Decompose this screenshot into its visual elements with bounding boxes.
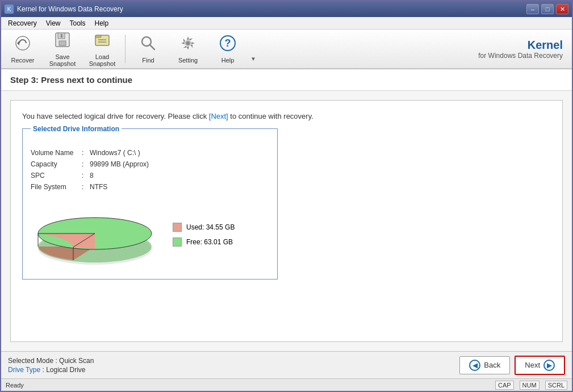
menu-tools[interactable]: Tools <box>65 18 90 28</box>
recover-icon <box>14 34 32 55</box>
cap-indicator: CAP <box>495 381 514 390</box>
svg-rect-7 <box>95 35 101 37</box>
back-label: Back <box>484 361 500 369</box>
step-header: Step 3: Press next to continue <box>1 69 572 91</box>
used-legend-item: Used: 34.55 GB <box>173 223 235 232</box>
minimize-button[interactable]: – <box>526 4 539 14</box>
back-arrow-icon: ◀ <box>469 360 480 371</box>
bottom-indicators: CAP NUM SCRL <box>495 381 567 390</box>
next-button[interactable]: Next ▶ <box>515 356 565 375</box>
num-indicator: NUM <box>520 381 539 390</box>
logo-brand: Kernel <box>478 39 563 52</box>
free-legend-label: Free: 63.01 GB <box>186 238 233 246</box>
info-next-label: [Next] <box>209 112 228 120</box>
load-snapshot-icon <box>93 31 111 52</box>
status-bar: Selected Mode : Quick Scan Drive Type : … <box>1 351 572 378</box>
filesystem-value: NTFS <box>90 183 107 191</box>
free-color-swatch <box>173 237 182 247</box>
status-mode: Selected Mode : Quick Scan <box>8 357 459 365</box>
title-text: Kernel for Windows Data Recovery <box>17 5 123 13</box>
spc-value: 8 <box>90 172 94 180</box>
drive-info-title: Selected Drive Information <box>31 125 122 133</box>
close-button[interactable]: ✕ <box>556 4 568 14</box>
help-label: Help <box>221 57 235 64</box>
info-text: You have selected logical drive for reco… <box>22 112 551 120</box>
menu-view[interactable]: View <box>41 18 65 28</box>
svg-rect-4 <box>59 41 66 45</box>
status-right: ◀ Back Next ▶ <box>459 356 565 375</box>
logo-area: Kernel for Windows Data Recovery <box>478 39 570 60</box>
toolbar: Recover Save Snapshot <box>1 30 572 69</box>
drive-colon: : <box>42 366 44 374</box>
drive-value: Logical Drive <box>46 366 85 374</box>
save-snapshot-button[interactable]: Save Snapshot <box>43 31 82 66</box>
filesystem-label: File System <box>31 183 82 191</box>
find-icon <box>139 34 157 55</box>
capacity-row: Capacity : 99899 MB (Approx) <box>31 160 269 168</box>
menu-recovery[interactable]: Recovery <box>3 18 41 28</box>
step-title: Step 3: Press next to continue <box>10 75 132 85</box>
setting-icon <box>179 34 197 55</box>
toolbar-more-button[interactable]: ▼ <box>248 31 258 66</box>
maximize-button[interactable]: □ <box>541 4 554 14</box>
recover-label: Recover <box>11 57 35 64</box>
setting-label: Setting <box>178 57 198 64</box>
filesystem-row: File System : NTFS <box>31 183 269 191</box>
chart-legend: Used: 34.55 GB Free: 63.01 GB <box>173 223 235 247</box>
status-drive: Drive Type : Logical Drive <box>8 366 459 374</box>
info-text-1: You have selected logical drive for reco… <box>22 112 209 120</box>
save-snapshot-label: Save Snapshot <box>45 53 80 67</box>
volume-name-label: Volume Name <box>31 149 82 157</box>
title-bar-left: K Kernel for Windows Data Recovery <box>5 5 123 14</box>
bottom-bar: Ready CAP NUM SCRL <box>1 378 572 391</box>
chart-area: Used: 34.55 GB Free: 63.01 GB <box>31 197 269 272</box>
capacity-label: Capacity <box>31 160 82 168</box>
load-snapshot-button[interactable]: Load Snapshot <box>83 31 122 66</box>
menu-help[interactable]: Help <box>90 18 114 28</box>
free-legend-item: Free: 63.01 GB <box>173 237 235 247</box>
scrl-indicator: SCRL <box>545 381 567 390</box>
pie-chart <box>31 197 156 272</box>
recover-button[interactable]: Recover <box>3 31 42 66</box>
find-button[interactable]: Find <box>129 31 168 66</box>
status-left: Selected Mode : Quick Scan Drive Type : … <box>8 357 459 374</box>
volume-name-row: Volume Name : Windows7 ( C:\ ) <box>31 149 269 157</box>
spc-label: SPC <box>31 172 82 180</box>
content-panel: You have selected logical drive for reco… <box>10 100 563 342</box>
svg-line-11 <box>150 45 154 49</box>
used-color-swatch <box>173 223 182 232</box>
help-icon: ? <box>219 34 237 55</box>
volume-name-value: Windows7 ( C:\ ) <box>90 149 140 157</box>
back-button[interactable]: ◀ Back <box>459 356 510 374</box>
title-bar: K Kernel for Windows Data Recovery – □ ✕ <box>1 1 572 17</box>
next-label: Next <box>525 361 540 369</box>
next-arrow-icon: ▶ <box>543 360 555 371</box>
app-window: K Kernel for Windows Data Recovery – □ ✕… <box>0 0 573 392</box>
drive-info-box: Selected Drive Information Volume Name :… <box>22 128 278 280</box>
find-label: Find <box>142 57 154 64</box>
capacity-value: 99899 MB (Approx) <box>90 160 149 168</box>
used-legend-label: Used: 34.55 GB <box>186 223 235 231</box>
drive-label: Drive Type <box>8 366 40 374</box>
spc-row: SPC : 8 <box>31 172 269 180</box>
info-text-2: to continue with recovery. <box>228 112 313 120</box>
mode-label: Selected Mode : <box>8 357 57 365</box>
setting-button[interactable]: Setting <box>169 31 207 66</box>
svg-marker-1 <box>17 41 19 45</box>
save-snapshot-icon <box>53 31 72 52</box>
title-controls: – □ ✕ <box>526 4 568 14</box>
menu-bar: Recovery View Tools Help <box>1 17 572 30</box>
svg-rect-5 <box>61 34 62 37</box>
svg-text:?: ? <box>225 37 231 49</box>
load-snapshot-label: Load Snapshot <box>85 53 120 67</box>
logo-subtitle: for Windows Data Recovery <box>478 52 563 60</box>
title-icon: K <box>5 5 14 14</box>
main-content: You have selected logical drive for reco… <box>1 91 572 351</box>
bottom-status: Ready <box>6 382 24 389</box>
help-button[interactable]: ? Help <box>208 31 247 66</box>
toolbar-sep-1 <box>125 35 126 63</box>
mode-value: Quick Scan <box>59 357 94 365</box>
